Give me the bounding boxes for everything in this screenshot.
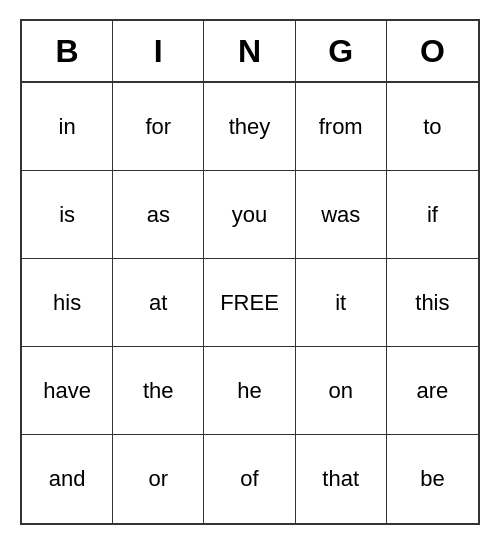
bingo-cell[interactable]: to: [387, 83, 478, 171]
bingo-cell[interactable]: in: [22, 83, 113, 171]
bingo-header-letter: O: [387, 21, 478, 81]
bingo-header-letter: N: [204, 21, 295, 81]
bingo-cell[interactable]: they: [204, 83, 295, 171]
bingo-header-letter: I: [113, 21, 204, 81]
bingo-cell[interactable]: you: [204, 171, 295, 259]
bingo-cell[interactable]: he: [204, 347, 295, 435]
bingo-cell[interactable]: is: [22, 171, 113, 259]
bingo-cell[interactable]: if: [387, 171, 478, 259]
bingo-cell[interactable]: it: [296, 259, 387, 347]
bingo-cell[interactable]: this: [387, 259, 478, 347]
bingo-cell[interactable]: as: [113, 171, 204, 259]
bingo-cell[interactable]: be: [387, 435, 478, 523]
bingo-cell[interactable]: from: [296, 83, 387, 171]
bingo-cell[interactable]: his: [22, 259, 113, 347]
bingo-cell[interactable]: of: [204, 435, 295, 523]
bingo-grid: infortheyfromtoisasyouwasifhisatFREEitth…: [22, 83, 478, 523]
bingo-cell[interactable]: and: [22, 435, 113, 523]
bingo-cell[interactable]: have: [22, 347, 113, 435]
bingo-cell[interactable]: the: [113, 347, 204, 435]
bingo-header-letter: B: [22, 21, 113, 81]
bingo-cell[interactable]: FREE: [204, 259, 295, 347]
bingo-cell[interactable]: or: [113, 435, 204, 523]
bingo-cell[interactable]: was: [296, 171, 387, 259]
bingo-cell[interactable]: at: [113, 259, 204, 347]
bingo-cell[interactable]: are: [387, 347, 478, 435]
bingo-cell[interactable]: for: [113, 83, 204, 171]
bingo-header: BINGO: [22, 21, 478, 83]
bingo-card: BINGO infortheyfromtoisasyouwasifhisatFR…: [20, 19, 480, 525]
bingo-cell[interactable]: on: [296, 347, 387, 435]
bingo-cell[interactable]: that: [296, 435, 387, 523]
bingo-header-letter: G: [296, 21, 387, 81]
